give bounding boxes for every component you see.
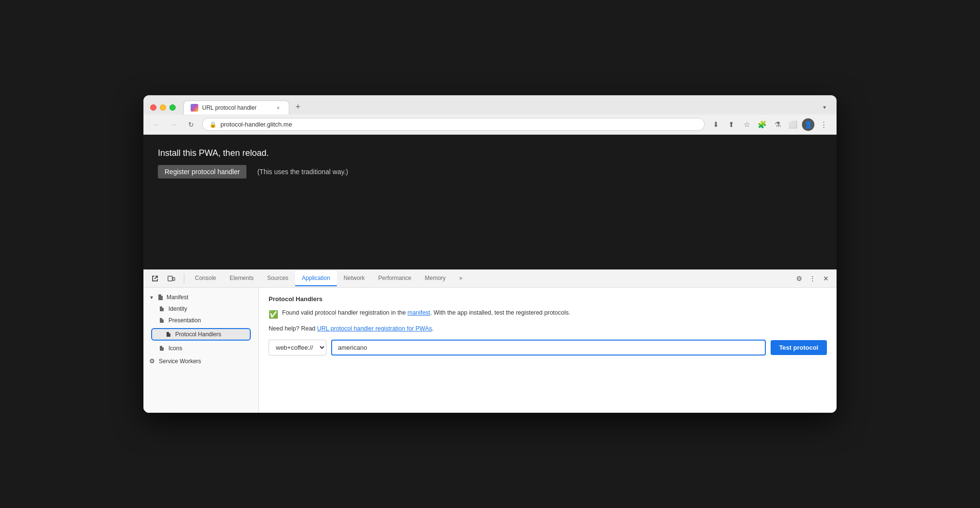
inspect-element-button[interactable]	[147, 270, 163, 287]
sidebar-item-icons[interactable]: Icons	[143, 343, 258, 354]
service-workers-gear-icon: ⚙	[149, 357, 155, 365]
bookmark-icon[interactable]: ☆	[740, 118, 753, 131]
tab-more[interactable]: »	[452, 271, 469, 286]
success-text: Found valid protocol handler registratio…	[282, 308, 570, 318]
protocol-handlers-file-icon	[166, 331, 171, 337]
url-field[interactable]: 🔒 protocol-handler.glitch.me	[202, 118, 705, 131]
page-heading: Install this PWA, then reload.	[158, 148, 822, 158]
sidebar-item-service-workers[interactable]: ⚙ Service Workers	[143, 355, 258, 367]
traffic-lights	[150, 104, 176, 111]
svg-rect-1	[173, 278, 175, 280]
sidebar-item-icons-label: Icons	[168, 345, 182, 352]
url-text: protocol-handler.glitch.me	[220, 121, 292, 128]
close-traffic-light[interactable]	[150, 104, 156, 111]
help-link[interactable]: URL protocol handler registration for PW…	[317, 325, 432, 332]
success-message-row: ✅ Found valid protocol handler registrat…	[269, 308, 827, 320]
download-icon[interactable]: ⬇	[709, 118, 722, 131]
manifest-group: ▼ Manifest Identity	[143, 292, 258, 354]
back-button[interactable]: ←	[150, 118, 163, 131]
sidebar-item-service-workers-label: Service Workers	[159, 358, 201, 365]
devtools-panel: Console Elements Sources Application Net…	[143, 269, 837, 413]
devtools-tabs-separator	[184, 274, 184, 283]
icons-file-icon	[159, 345, 165, 351]
profile-icon-symbol: 👤	[804, 121, 812, 128]
tab-favicon-icon	[191, 104, 198, 112]
minimize-traffic-light[interactable]	[160, 104, 166, 111]
devtools-main-content: Protocol Handlers ✅ Found valid protocol…	[259, 288, 837, 413]
success-check-icon: ✅	[269, 309, 278, 320]
forward-button[interactable]: →	[168, 118, 180, 131]
section-title: Protocol Handlers	[269, 295, 827, 303]
lab-icon[interactable]: ⚗	[771, 118, 784, 131]
title-bar: URL protocol handler × + ▾	[143, 95, 837, 114]
fullscreen-traffic-light[interactable]	[169, 104, 176, 111]
traditional-note: (This uses the traditional way.)	[257, 168, 348, 176]
tab-console[interactable]: Console	[188, 271, 223, 286]
devtools-settings-button[interactable]: ⚙	[792, 270, 806, 287]
refresh-button[interactable]: ↻	[185, 118, 197, 131]
lock-icon: 🔒	[209, 121, 217, 128]
tab-bar: URL protocol handler × + ▾	[183, 100, 830, 114]
tab-elements[interactable]: Elements	[223, 271, 260, 286]
devtools-tabs: Console Elements Sources Application Net…	[143, 270, 837, 288]
browser-window: URL protocol handler × + ▾ ← → ↻ 🔒 proto…	[143, 95, 837, 413]
protocol-input-field[interactable]	[331, 340, 766, 356]
devtools-body: ▼ Manifest Identity	[143, 288, 837, 413]
devtools-sidebar: ▼ Manifest Identity	[143, 288, 259, 413]
protocol-test-row: web+coffee:// Test protocol	[269, 340, 827, 356]
help-row: Need help? Read URL protocol handler reg…	[269, 325, 827, 332]
devtools-close-button[interactable]: ✕	[819, 270, 833, 287]
new-tab-button[interactable]: +	[291, 100, 305, 114]
active-tab[interactable]: URL protocol handler ×	[183, 101, 289, 114]
tab-sources[interactable]: Sources	[260, 271, 295, 286]
presentation-file-icon	[159, 318, 165, 323]
protocol-handlers-wrapper: Protocol Handlers	[143, 326, 258, 343]
manifest-file-icon	[157, 294, 164, 301]
sidebar-item-protocol-handlers-label: Protocol Handlers	[175, 331, 221, 338]
extensions-icon[interactable]: 🧩	[756, 118, 768, 131]
profile-button[interactable]: 👤	[802, 118, 814, 131]
share-icon[interactable]: ⬆	[725, 118, 737, 131]
sidebar-item-identity[interactable]: Identity	[143, 303, 258, 315]
tab-memory[interactable]: Memory	[418, 271, 452, 286]
tab-dropdown-button[interactable]: ▾	[819, 102, 830, 113]
help-text-before: Need help? Read	[269, 325, 317, 332]
devtools-more-button[interactable]: ⋮	[806, 270, 819, 287]
success-text-before: Found valid protocol handler registratio…	[282, 309, 408, 316]
page-content: Install this PWA, then reload. Register …	[143, 135, 837, 269]
register-protocol-button[interactable]: Register protocol handler	[158, 165, 246, 178]
split-view-icon[interactable]: ⬜	[787, 118, 799, 131]
tab-network[interactable]: Network	[337, 271, 372, 286]
help-text-after: .	[432, 325, 434, 332]
tab-performance[interactable]: Performance	[372, 271, 418, 286]
tab-application[interactable]: Application	[295, 271, 337, 286]
more-menu-button[interactable]: ⋮	[817, 118, 830, 131]
sidebar-item-presentation-label: Presentation	[168, 317, 201, 324]
manifest-header[interactable]: ▼ Manifest	[143, 292, 258, 303]
tab-title: URL protocol handler	[202, 104, 257, 111]
toolbar-icons: ⬇ ⬆ ☆ 🧩 ⚗ ⬜ 👤 ⋮	[709, 118, 830, 131]
protocol-select-dropdown[interactable]: web+coffee://	[269, 340, 326, 356]
sidebar-item-presentation[interactable]: Presentation	[143, 315, 258, 326]
manifest-arrow: ▼	[149, 295, 154, 300]
sidebar-item-protocol-handlers[interactable]: Protocol Handlers	[151, 328, 251, 341]
success-text-after: . With the app installed, test the regis…	[430, 309, 570, 316]
device-toolbar-button[interactable]	[164, 270, 179, 287]
tab-close-button[interactable]: ×	[274, 104, 282, 112]
identity-file-icon	[159, 306, 165, 312]
manifest-link[interactable]: manifest	[408, 309, 430, 316]
svg-rect-0	[168, 276, 172, 281]
test-protocol-button[interactable]: Test protocol	[771, 340, 827, 355]
sidebar-item-identity-label: Identity	[168, 305, 187, 312]
address-bar: ← → ↻ 🔒 protocol-handler.glitch.me ⬇ ⬆ ☆…	[143, 114, 837, 135]
manifest-label: Manifest	[167, 294, 188, 301]
